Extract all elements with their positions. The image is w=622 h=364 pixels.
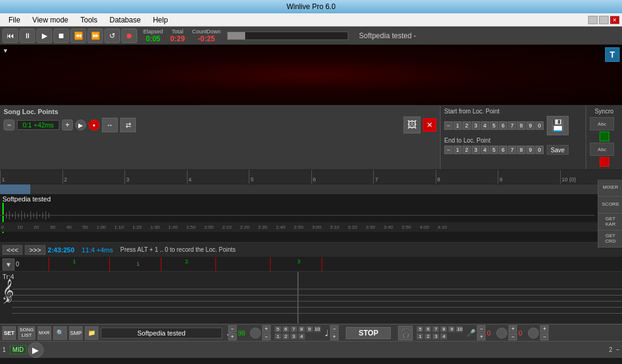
start-num-5[interactable]: 5 xyxy=(490,121,498,130)
rn1[interactable]: 1 xyxy=(416,333,424,340)
rn4[interactable]: 4 xyxy=(440,333,447,340)
song-list-button[interactable]: SONGLIST xyxy=(18,326,35,340)
pitch-up-btn[interactable]: + xyxy=(228,333,237,340)
end-num-9[interactable]: 9 xyxy=(526,146,535,154)
syncro-btn2[interactable]: Abc xyxy=(590,143,614,156)
loc-rec-btn[interactable]: ● xyxy=(89,120,100,130)
get-crd-btn[interactable]: GETCRD xyxy=(598,231,622,248)
loc-play-btn[interactable]: ▶ xyxy=(75,120,86,130)
n4[interactable]: 4 xyxy=(298,333,305,340)
close-button[interactable]: ✕ xyxy=(610,16,620,24)
mic-plus[interactable]: + xyxy=(477,333,485,340)
vol-up-btn[interactable]: + xyxy=(262,325,271,332)
start-num-8[interactable]: 8 xyxy=(517,121,526,130)
menu-file[interactable]: File xyxy=(2,15,26,25)
save-label-btn[interactable]: Save xyxy=(547,145,569,155)
dropdown-arrow-icon[interactable]: ▼ xyxy=(2,47,8,54)
pitch-down-btn[interactable]: − xyxy=(228,325,237,332)
stop-button[interactable]: ⏹ xyxy=(53,29,69,43)
trans-minus[interactable]: − xyxy=(330,325,339,332)
menu-tools[interactable]: Tools xyxy=(75,15,104,25)
start-num-0[interactable]: 0 xyxy=(535,121,544,130)
rn7[interactable]: 7 xyxy=(432,326,439,332)
menu-help[interactable]: Help xyxy=(147,15,174,25)
search-button[interactable]: 🔍 xyxy=(53,326,67,340)
loc-minus-btn[interactable]: − xyxy=(4,120,15,130)
end-num-2[interactable]: 2 xyxy=(462,146,471,154)
menu-viewmode[interactable]: View mode xyxy=(26,15,74,25)
micv-up[interactable]: + xyxy=(509,325,517,332)
loc-x-btn[interactable]: ✕ xyxy=(423,118,436,132)
stop-main-button[interactable]: STOP xyxy=(346,327,391,339)
start-num-4[interactable]: 4 xyxy=(481,121,489,130)
n9[interactable]: 9 xyxy=(306,326,313,332)
n6[interactable]: 6 xyxy=(282,326,289,332)
end-num-1[interactable]: 1 xyxy=(453,146,462,154)
mixer-status-button[interactable]: MXR xyxy=(38,326,51,340)
vol-knob-1[interactable] xyxy=(250,328,261,339)
midi-label[interactable]: MID xyxy=(10,345,27,354)
progress-bar-container[interactable] xyxy=(227,32,348,40)
start-num-3[interactable]: 3 xyxy=(472,121,480,130)
trans-plus[interactable]: + xyxy=(330,333,339,340)
play-prev-button[interactable]: ⏮ xyxy=(2,29,18,43)
rn2[interactable]: 2 xyxy=(424,333,431,340)
loc-plus-btn[interactable]: + xyxy=(62,120,73,130)
rn9[interactable]: 9 xyxy=(448,326,455,332)
start-num-6[interactable]: 6 xyxy=(499,121,507,130)
forward-button[interactable]: ⏩ xyxy=(87,29,103,43)
score-panel-btn[interactable]: SCORE xyxy=(598,197,622,214)
end-loc-minus[interactable]: − xyxy=(444,146,453,154)
loc-shuffle2-btn[interactable]: ⇄ xyxy=(120,118,136,132)
track-dropdown[interactable]: ▼ xyxy=(2,258,15,271)
minimize-button[interactable]: — xyxy=(588,16,598,24)
end-num-5[interactable]: 5 xyxy=(490,146,498,154)
rn5[interactable]: 5 xyxy=(416,326,424,332)
pause-button[interactable]: ⏸ xyxy=(19,29,35,43)
v3-up[interactable]: + xyxy=(540,325,549,332)
mic-minus[interactable]: − xyxy=(477,325,485,332)
restore-button[interactable]: ❐ xyxy=(599,16,609,24)
menu-database[interactable]: Database xyxy=(104,15,147,25)
n8[interactable]: 8 xyxy=(298,326,305,332)
t-button[interactable]: T xyxy=(605,47,620,62)
end-num-3[interactable]: 3 xyxy=(472,146,480,154)
micv-down[interactable]: − xyxy=(509,333,517,340)
nav-fwd-btn[interactable]: >>> xyxy=(25,245,45,255)
nav-back-btn[interactable]: <<< xyxy=(2,245,22,255)
start-num-1[interactable]: 1 xyxy=(453,121,462,130)
syncro-red-btn[interactable] xyxy=(600,157,609,167)
play-circle-btn[interactable]: ▶ xyxy=(28,342,44,358)
n2[interactable]: 2 xyxy=(282,333,289,340)
start-loc-minus[interactable]: − xyxy=(444,121,453,130)
loop-button[interactable]: ↺ xyxy=(104,29,120,43)
end-num-7[interactable]: 7 xyxy=(508,146,516,154)
start-num-7[interactable]: 7 xyxy=(508,121,516,130)
n3[interactable]: 3 xyxy=(290,333,297,340)
n1[interactable]: 1 xyxy=(274,333,282,340)
loc-image-btn[interactable]: 🖼 xyxy=(404,116,421,133)
n7[interactable]: 7 xyxy=(290,326,297,332)
smp-button[interactable]: SMP xyxy=(69,326,83,340)
get-kar-btn[interactable]: GETKAR xyxy=(598,214,622,231)
start-num-9[interactable]: 9 xyxy=(526,121,535,130)
rn3[interactable]: 3 xyxy=(432,333,439,340)
start-num-2[interactable]: 2 xyxy=(462,121,471,130)
loc-shuffle1-btn[interactable]: ↔ xyxy=(102,118,118,132)
v3-down[interactable]: − xyxy=(540,333,549,340)
end-num-8[interactable]: 8 xyxy=(517,146,526,154)
vol-knob-3[interactable] xyxy=(528,328,539,339)
n10[interactable]: 10 xyxy=(314,326,321,332)
end-num-4[interactable]: 4 xyxy=(481,146,489,154)
rn8[interactable]: 8 xyxy=(440,326,447,332)
syncro-btn1[interactable]: Abc xyxy=(590,117,614,130)
headphone-btn[interactable]: 🎧 xyxy=(398,326,413,340)
syncro-green-btn[interactable] xyxy=(600,132,609,141)
rn10[interactable]: 10 xyxy=(456,326,463,332)
play-button[interactable]: ▶ xyxy=(36,29,52,43)
record-button[interactable]: ⏺ xyxy=(121,29,137,43)
end-num-0[interactable]: 0 xyxy=(535,146,544,154)
n5[interactable]: 5 xyxy=(274,326,282,332)
rn6[interactable]: 6 xyxy=(424,326,431,332)
vol-knob-2[interactable] xyxy=(496,328,507,339)
